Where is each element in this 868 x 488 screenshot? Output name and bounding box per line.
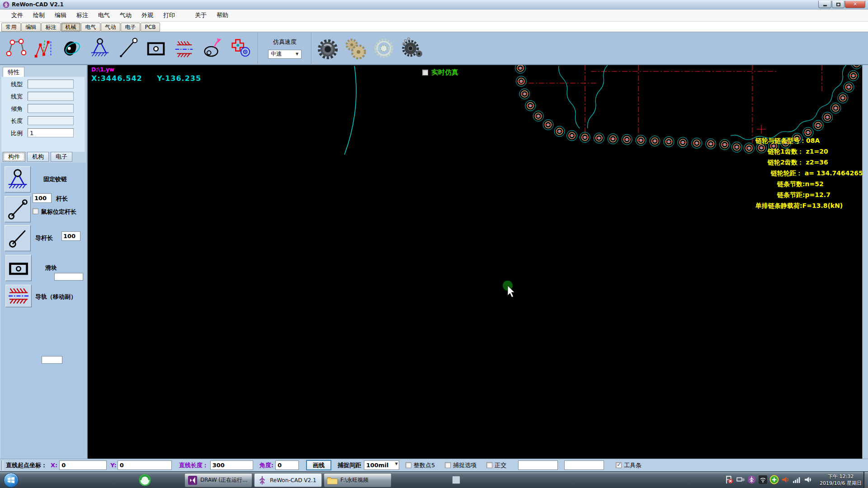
length-input[interactable]: [28, 116, 74, 125]
snap-spacing-select[interactable]: 100mil ▼: [364, 460, 399, 470]
input-method-indicator[interactable]: [452, 476, 460, 484]
slider-tool-button[interactable]: [143, 34, 169, 62]
toolbar-visible-checkbox[interactable]: [616, 462, 622, 468]
rod-item-button[interactable]: [5, 196, 31, 222]
gear-dark-tool-button[interactable]: [315, 34, 341, 62]
integer-point-checkbox[interactable]: [406, 462, 411, 468]
line-length-input[interactable]: [210, 460, 253, 470]
chevron-down-icon: ▼: [395, 462, 398, 466]
status-bar: 直线起点坐标： X: Y: 直线长度： 角度: 画线 捕捉间距 100mil ▼…: [0, 459, 868, 471]
menu-item-dimension[interactable]: 标注: [71, 10, 93, 21]
incline-input[interactable]: [28, 104, 74, 113]
tab-mechanical[interactable]: 机械: [61, 23, 80, 32]
rail-item-button[interactable]: [5, 285, 32, 307]
guide-rod-item-button[interactable]: [5, 225, 31, 251]
properties-tab[interactable]: 特性: [3, 67, 24, 77]
realtime-sim-checkbox[interactable]: [422, 70, 428, 75]
fixed-hinge-item-button[interactable]: [5, 166, 31, 192]
action-center-flag-icon[interactable]: [724, 475, 734, 484]
rod-tool-button[interactable]: [115, 34, 141, 62]
scale-input[interactable]: [28, 128, 74, 137]
ortho-checkbox[interactable]: [486, 462, 492, 468]
maximize-button[interactable]: [832, 1, 844, 8]
rail-tool-button[interactable]: [171, 34, 197, 62]
tab-common[interactable]: 常用: [1, 23, 21, 32]
safety-shield-icon[interactable]: [769, 475, 779, 484]
planetary-gear-tool-button[interactable]: [371, 34, 397, 62]
tab-electronic[interactable]: 电子: [121, 23, 140, 32]
sprocket-chain-tool-button[interactable]: [399, 34, 425, 62]
tab-components[interactable]: 构件: [3, 152, 25, 162]
minimize-icon: [823, 5, 827, 6]
task-button-folder[interactable]: F:\永旺视频: [324, 473, 392, 487]
browser-quicklaunch-icon[interactable]: [139, 474, 151, 486]
slider-item-button[interactable]: [5, 255, 32, 281]
cam-tool-button[interactable]: [59, 34, 85, 62]
draw-line-button[interactable]: 画线: [306, 460, 331, 470]
length-label: 长度: [11, 117, 23, 125]
drawing-canvas[interactable]: D:\1.yw X:3446.542 Y-136.235 实时仿真 链轮与链条型…: [88, 65, 862, 459]
guide-rod-length-input[interactable]: [61, 231, 80, 241]
gear-mechanism-tool-button[interactable]: [227, 34, 253, 62]
menu-item-draw[interactable]: 绘制: [28, 10, 50, 21]
ribbon-tab-bar: 常用 编辑 标注 机械 电气 气动 电子 PCB: [0, 22, 868, 32]
guide-rod-icon: [6, 226, 29, 250]
line-start-x-input[interactable]: [59, 460, 107, 470]
volume-icon[interactable]: [803, 475, 813, 484]
simulation-speed-select[interactable]: 中速 ▼: [268, 50, 302, 59]
start-button[interactable]: [4, 473, 19, 488]
menu-item-help[interactable]: 帮助: [212, 10, 233, 21]
taskbar-clock[interactable]: 下午 12:32 2019/10/6 星期日: [820, 473, 862, 487]
linewidth-input[interactable]: [28, 92, 74, 101]
palette-extra-input[interactable]: [42, 356, 62, 364]
linewidth-label: 线宽: [11, 93, 23, 101]
statusbar-grip: [1, 460, 3, 470]
task-button-rewon[interactable]: ReWon-CAD V2.1: [254, 473, 322, 487]
menu-item-appearance[interactable]: 外观: [137, 10, 158, 21]
menu-item-electrical[interactable]: 电气: [93, 10, 115, 21]
tab-electrical[interactable]: 电气: [81, 23, 100, 32]
sprocket-chain-icon: [399, 36, 425, 61]
right-scrollbar-strip[interactable]: [862, 65, 868, 459]
rotation-drive-tool-button[interactable]: [199, 34, 225, 62]
close-button[interactable]: ✕: [845, 1, 865, 8]
network-signal-icon[interactable]: [792, 475, 802, 484]
minimize-button[interactable]: [818, 1, 831, 8]
tab-mechanisms[interactable]: 机构: [27, 152, 49, 162]
app-window: ReWon-CAD V2.1 ✕ 文件 绘制 编辑 标注 电气 气动 外观 打印…: [0, 0, 868, 488]
menu-item-file[interactable]: 文件: [6, 10, 28, 21]
display-projector-icon[interactable]: [736, 475, 745, 484]
menu-item-edit[interactable]: 编辑: [50, 10, 71, 21]
linetype-input[interactable]: [28, 80, 74, 89]
menu-item-about[interactable]: 关于: [190, 10, 212, 21]
coordinate-x: X:3446.542: [91, 74, 142, 83]
linkage-tool-button[interactable]: [3, 34, 29, 62]
rewon-tray-icon[interactable]: [747, 475, 756, 484]
menu-item-pneumatic[interactable]: 气动: [115, 10, 137, 21]
system-tray: [722, 475, 813, 484]
tab-dimension[interactable]: 标注: [41, 23, 61, 32]
windows-taskbar: DRAW (正在运行... ReWon-CAD V2.1 F:\永旺视频: [0, 471, 868, 488]
close-icon: ✕: [853, 2, 857, 7]
menu-item-print[interactable]: 打印: [158, 10, 180, 21]
volume-app-icon[interactable]: [781, 475, 790, 484]
tab-pneumatic[interactable]: 气动: [101, 23, 120, 32]
slider-input[interactable]: [54, 273, 83, 281]
angle-input[interactable]: [275, 460, 299, 470]
tab-pcb[interactable]: PCB: [141, 23, 160, 32]
tab-edit[interactable]: 编辑: [21, 23, 41, 32]
task-button-draw[interactable]: DRAW (正在运行...: [184, 473, 252, 487]
fixed-hinge-tool-button[interactable]: [87, 34, 113, 62]
line-start-y-input[interactable]: [118, 460, 172, 470]
rod-length-input[interactable]: [33, 193, 52, 203]
statusbar-extra-input-1[interactable]: [518, 460, 558, 470]
snap-options-checkbox[interactable]: [445, 462, 451, 468]
snap-spacing-value: 100mil: [366, 462, 389, 469]
gear-pair-tool-button[interactable]: [343, 34, 369, 62]
show-desktop-button[interactable]: [863, 472, 868, 488]
statusbar-extra-input-2[interactable]: [564, 460, 604, 470]
tab-electronics[interactable]: 电子: [51, 152, 72, 162]
wifi-icon[interactable]: [758, 475, 768, 484]
mouse-rod-checkbox[interactable]: [33, 208, 38, 214]
multi-linkage-tool-button[interactable]: [31, 34, 57, 62]
